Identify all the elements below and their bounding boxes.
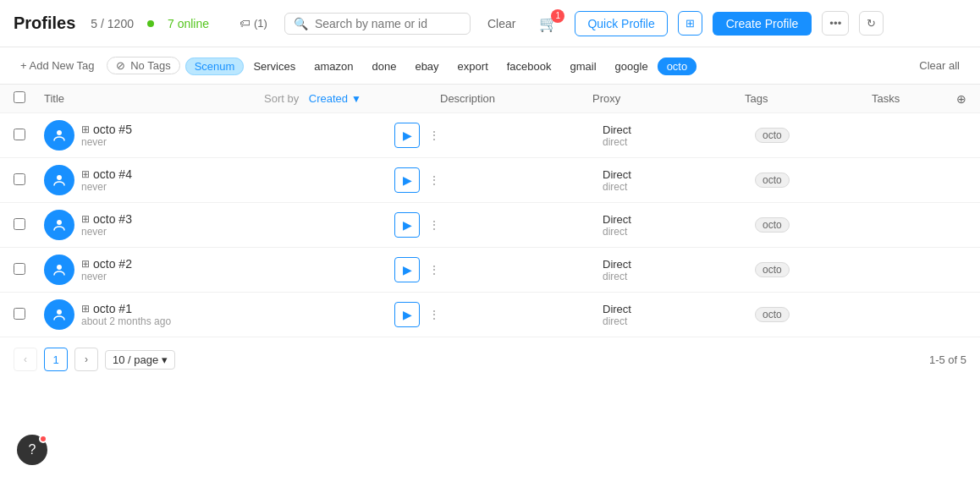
cart-badge: 1 [551, 9, 564, 23]
help-button[interactable]: ? [17, 435, 47, 465]
proxy-sub-5: direct [603, 136, 755, 148]
row-more-button-2[interactable]: ⋮ [425, 260, 443, 280]
tag-filter-gmail[interactable]: gmail [561, 58, 606, 75]
tag-filter-ebay[interactable]: ebay [405, 58, 448, 75]
quick-profile-label: Quick Profile [587, 17, 654, 30]
current-page[interactable]: 1 [44, 348, 68, 371]
table-header: Title Sort by Created ▼ Description Prox… [0, 85, 980, 113]
tag-filter-services[interactable]: Services [244, 58, 305, 75]
row-select-4[interactable] [14, 173, 25, 185]
table-row: ⊞ octo #3 never ▶ ⋮ Direct direct octo [0, 203, 980, 248]
tag-filter-no-tags[interactable]: ⊘ No Tags [107, 57, 180, 74]
online-indicator [147, 20, 154, 27]
row-tag-pill-4[interactable]: octo [755, 173, 790, 188]
tag-filter-facebook[interactable]: facebook [498, 58, 561, 75]
create-profile-label: Create Profile [726, 17, 799, 30]
proxy-sub-3: direct [603, 226, 755, 238]
profile-count: 5 / 1200 [91, 17, 134, 30]
row-more-button-3[interactable]: ⋮ [425, 215, 443, 235]
page-size-selector[interactable]: 10 / page ▾ [105, 350, 175, 370]
header: Profiles 5 / 1200 7 online 🏷 (1) 🔍 Clear… [0, 0, 980, 47]
row-proxy-2: Direct direct [603, 258, 755, 282]
play-button-1[interactable]: ▶ [394, 302, 420, 327]
proxy-main-1: Direct [603, 303, 755, 315]
row-checkbox-4 [14, 173, 44, 188]
table-row: ⊞ octo #1 about 2 months ago ▶ ⋮ Direct … [0, 293, 980, 337]
create-profile-button[interactable]: Create Profile [713, 12, 812, 36]
tag-filter-google[interactable]: google [606, 58, 658, 75]
search-input[interactable] [315, 17, 461, 30]
grid-view-button[interactable]: ⊞ [678, 11, 702, 36]
table-row: ⊞ octo #2 never ▶ ⋮ Direct direct octo [0, 248, 980, 293]
row-select-3[interactable] [14, 218, 25, 230]
proxy-main-5: Direct [603, 123, 755, 136]
row-actions-3: ▶ ⋮ [394, 212, 443, 238]
sort-control[interactable]: Sort by Created ▼ [264, 92, 440, 105]
profile-avatar-4 [44, 165, 74, 195]
row-info-2: ⊞ octo #2 never [81, 257, 259, 282]
row-tag-pill-3[interactable]: octo [755, 217, 790, 233]
row-tag-pill-1[interactable]: octo [755, 307, 790, 322]
row-select-1[interactable] [14, 308, 25, 320]
refresh-icon: ↻ [867, 17, 876, 30]
no-tags-icon: ⊘ [116, 59, 125, 72]
proxy-main-4: Direct [603, 168, 755, 181]
description-column-header: Description [440, 92, 592, 105]
search-icon: 🔍 [294, 17, 308, 30]
tag-filter-btn[interactable]: 🏷 (1) [233, 14, 274, 33]
clear-search-button[interactable]: Clear [481, 14, 522, 34]
row-more-button-5[interactable]: ⋮ [425, 125, 443, 145]
play-button-3[interactable]: ▶ [394, 212, 420, 238]
row-sub-5: never [81, 136, 259, 148]
tag-icon: 🏷 [239, 17, 251, 30]
profile-avatar-3 [44, 210, 74, 240]
row-info-1: ⊞ octo #1 about 2 months ago [81, 302, 259, 327]
sort-by-label: Sort by [264, 92, 299, 105]
tag-count: (1) [254, 17, 267, 30]
play-button-2[interactable]: ▶ [394, 257, 420, 282]
grid-icon: ⊞ [685, 17, 695, 30]
row-name-2: ⊞ octo #2 [81, 257, 259, 271]
add-column-button[interactable]: ⊕ [956, 92, 966, 106]
sort-field-label[interactable]: Created [309, 92, 348, 105]
table-row: ⊞ octo #4 never ▶ ⋮ Direct direct octo [0, 158, 980, 203]
windows-icon: ⊞ [81, 303, 90, 315]
row-proxy-1: Direct direct [603, 303, 755, 327]
row-actions-1: ▶ ⋮ [394, 302, 443, 327]
tag-filter-amazon[interactable]: amazon [305, 58, 362, 75]
help-notification-dot [39, 435, 47, 443]
row-select-2[interactable] [14, 263, 25, 275]
row-more-button-4[interactable]: ⋮ [425, 170, 443, 190]
quick-profile-button[interactable]: Quick Profile [575, 11, 667, 36]
prev-page-button[interactable]: ‹ [14, 348, 37, 371]
tag-filter-export[interactable]: export [449, 58, 498, 75]
row-select-5[interactable] [14, 129, 25, 140]
row-tag-pill-5[interactable]: octo [755, 128, 790, 143]
row-checkbox-1 [14, 308, 44, 322]
row-more-button-1[interactable]: ⋮ [425, 304, 443, 325]
tag-filter-octo[interactable]: octo [658, 58, 697, 75]
clear-all-tags-button[interactable]: Clear all [912, 58, 966, 74]
row-actions-2: ▶ ⋮ [394, 257, 443, 282]
windows-icon: ⊞ [81, 123, 90, 135]
play-button-4[interactable]: ▶ [394, 167, 420, 193]
row-tag-pill-2[interactable]: octo [755, 262, 790, 277]
more-options-button[interactable]: ••• [822, 11, 849, 36]
select-all-checkbox[interactable] [14, 91, 25, 103]
tag-filter-scenum[interactable]: Scenum [185, 58, 245, 75]
refresh-button[interactable]: ↻ [859, 11, 884, 36]
tag-filter-done[interactable]: done [362, 58, 405, 75]
add-tag-button[interactable]: + Add New Tag [14, 58, 102, 74]
row-tags-5: octo [755, 128, 882, 143]
table-row: ⊞ octo #5 never ▶ ⋮ Direct direct octo [0, 113, 980, 158]
row-sub-4: never [81, 181, 259, 193]
row-tags-3: octo [755, 217, 882, 233]
row-info-3: ⊞ octo #3 never [81, 212, 259, 238]
row-name-4: ⊞ octo #4 [81, 167, 259, 181]
play-button-5[interactable]: ▶ [394, 123, 420, 148]
tags-list: ScenumServicesamazondoneebayexportfacebo… [185, 59, 697, 73]
next-page-button[interactable]: › [74, 348, 98, 371]
help-icon: ? [29, 442, 36, 457]
cart-button[interactable]: 🛒 1 [532, 11, 564, 36]
profile-avatar-2 [44, 255, 74, 285]
